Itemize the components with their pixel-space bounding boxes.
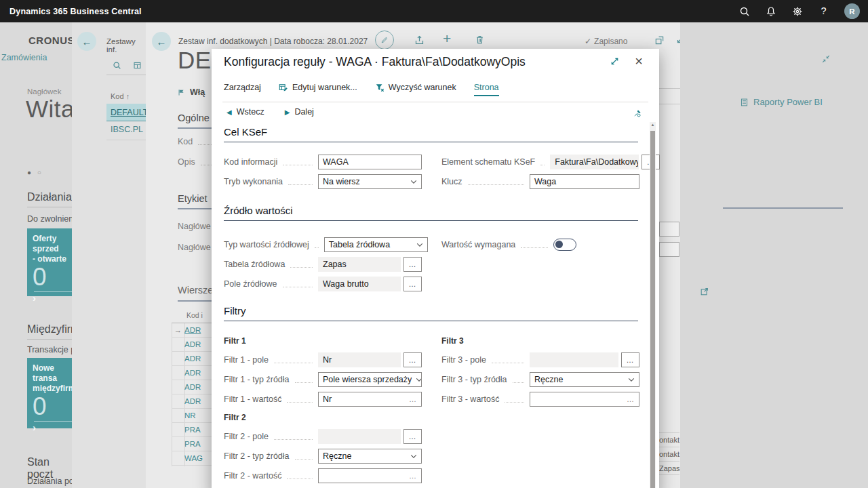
popout-window-icon[interactable] (654, 35, 665, 45)
assist-edit-icon[interactable]: … (409, 395, 417, 403)
help-icon[interactable]: ? (818, 5, 829, 17)
dialog-toolbar: Zarządzaj Edytuj warunek... Wyczyść waru… (224, 83, 499, 92)
scroll-up-icon[interactable]: ▲ (650, 123, 656, 127)
table-row[interactable]: ADR (172, 352, 212, 366)
menu-manage[interactable]: Zarządzaj (224, 83, 261, 92)
table-row[interactable]: ADR (172, 380, 212, 394)
table-column-header[interactable]: Kod i (186, 311, 203, 319)
filtr3-typ-select[interactable]: Ręczne (530, 372, 639, 387)
typ-wartosci-select[interactable]: Tabela źródłowa (324, 237, 428, 252)
scrollbar-thumb[interactable] (650, 131, 655, 488)
table-row[interactable]: ADR (172, 394, 212, 409)
row-code[interactable]: NR (184, 411, 196, 420)
card-section-general[interactable]: Ogólne (178, 113, 210, 123)
edit-pencil-button[interactable] (375, 30, 394, 49)
back-button[interactable]: ◀ Wstecz (226, 107, 264, 117)
pin-icon[interactable] (633, 108, 642, 121)
menu-page-tab[interactable]: Strona (474, 83, 499, 96)
collapse-factbox-icon[interactable] (821, 54, 831, 64)
tile-new-ic-transactions[interactable]: Nowe transa międzyfirmo 0 › (27, 358, 72, 428)
list-view-icon[interactable] (133, 61, 142, 70)
list-row-code[interactable]: DEFAULT (111, 108, 148, 117)
settings-gear-icon[interactable] (791, 5, 803, 17)
tile-open-chevron[interactable]: › (33, 292, 72, 304)
menu-clear-condition[interactable]: Wyczyść warunek (375, 83, 456, 92)
dialog-scrollbar[interactable]: ▲ (650, 122, 656, 488)
carousel-dots[interactable]: ● ○ (27, 169, 41, 176)
powerbi-reports-link[interactable]: Raporty Power BI (740, 97, 823, 107)
nav-item-orders[interactable]: Zamówienia (1, 53, 47, 62)
table-cell[interactable]: ontakt (659, 447, 679, 461)
row-code[interactable]: PRA (184, 440, 201, 448)
table-cell[interactable]: Zapas (659, 461, 679, 475)
assist-edit-icon[interactable]: … (409, 472, 417, 480)
powerbi-label[interactable]: Raporty Power BI (753, 97, 823, 107)
filtr3-wartosc-input[interactable]: … (530, 392, 639, 407)
row-code[interactable]: ADR (184, 383, 201, 391)
filtr2-typ-select[interactable]: Ręczne (318, 449, 422, 464)
row-code[interactable]: PRA (184, 426, 201, 434)
row-code[interactable]: ADR (184, 326, 201, 334)
card-action-enable[interactable]: Włą (178, 87, 205, 97)
list-row-code[interactable]: IBSC.PL (111, 125, 143, 134)
filtr3-pole-input[interactable] (530, 352, 618, 367)
row-code[interactable]: ADR (184, 369, 201, 377)
tabela-zrodlowa-lookup-button[interactable]: … (403, 257, 422, 272)
card-field-kod: Kod (178, 137, 212, 146)
clipped-input-box[interactable] (659, 242, 679, 257)
back-button[interactable]: ← (152, 32, 171, 51)
tabela-zrodlowa-input[interactable]: Zapas (318, 257, 401, 272)
list-search-icon[interactable] (113, 61, 121, 70)
clipped-input-box[interactable] (659, 222, 679, 237)
pole-zrodlowe-lookup-button[interactable]: … (403, 277, 422, 291)
pole-zrodlowe-input[interactable]: Waga brutto (318, 277, 401, 291)
delete-trash-icon[interactable] (475, 35, 485, 45)
assist-edit-icon[interactable]: … (627, 395, 635, 403)
list-row-selected[interactable]: DEFAULT (106, 104, 146, 121)
wartosc-wymagana-toggle[interactable] (553, 239, 576, 251)
share-icon[interactable] (414, 35, 425, 45)
filtr2-pole-lookup-button[interactable]: … (403, 429, 422, 444)
filtr1-pole-input[interactable]: Nr (318, 352, 401, 367)
dialog-expand-icon[interactable] (608, 54, 621, 68)
card-section-lines[interactable]: Wiersze (178, 285, 213, 296)
avatar[interactable]: R (844, 3, 860, 19)
row-code[interactable]: ADR (184, 397, 201, 405)
filtr2-wartosc-input[interactable]: … (318, 468, 422, 483)
table-row[interactable]: PRA (172, 423, 212, 437)
klucz-input[interactable]: Waga (530, 174, 639, 189)
tryb-wykonania-select[interactable]: Na wiersz (318, 174, 422, 189)
back-button[interactable]: ← (77, 32, 96, 51)
dialog-close-icon[interactable]: × (632, 54, 646, 68)
table-row[interactable]: PRA (172, 437, 212, 451)
filtr1-typ-select[interactable]: Pole wiersza sprzedaży (318, 372, 422, 387)
search-icon[interactable] (738, 5, 750, 17)
table-row[interactable]: ADR (172, 366, 212, 380)
table-row[interactable]: ADR (172, 338, 212, 352)
table-row[interactable]: WAG (172, 451, 212, 466)
menu-edit-condition[interactable]: Edytuj warunek... (279, 83, 357, 92)
table-cell[interactable]: ontakt (659, 432, 679, 447)
filtr3-pole-lookup-button[interactable]: … (621, 352, 639, 367)
row-code[interactable]: WAG (184, 454, 203, 462)
company-name[interactable]: CRONUS (28, 35, 75, 46)
open-table-icon[interactable] (700, 287, 709, 296)
kod-informacji-input[interactable]: WAGA (318, 155, 422, 169)
table-row[interactable]: NR (172, 409, 212, 423)
element-schematu-input[interactable]: Faktura\Fa\Dodatkowy... (550, 155, 639, 169)
breadcrumb[interactable]: Zestaw inf. dodatkowych | Data robocza: … (178, 37, 368, 46)
row-code[interactable]: ADR (184, 354, 201, 363)
row-code[interactable]: ADR (184, 340, 201, 348)
filtr2-pole-input[interactable] (318, 429, 401, 444)
notifications-bell-icon[interactable] (765, 5, 776, 17)
next-button[interactable]: ▶ Dalej (285, 107, 314, 117)
table-row[interactable]: → ADR (172, 323, 212, 338)
card-section-labels[interactable]: Etykiet (178, 193, 208, 204)
app-title[interactable]: Dynamics 365 Business Central (9, 7, 142, 16)
tile-open-sales-quotes[interactable]: Oferty sprzed - otwarte 0 › (27, 228, 72, 296)
tile-open-chevron[interactable]: › (33, 422, 72, 433)
filtr1-pole-lookup-button[interactable]: … (403, 352, 422, 367)
new-plus-icon[interactable]: + (443, 30, 451, 47)
filtr1-wartosc-input[interactable]: Nr … (318, 392, 422, 407)
list-column-header[interactable]: Kod ↑ (111, 92, 130, 100)
